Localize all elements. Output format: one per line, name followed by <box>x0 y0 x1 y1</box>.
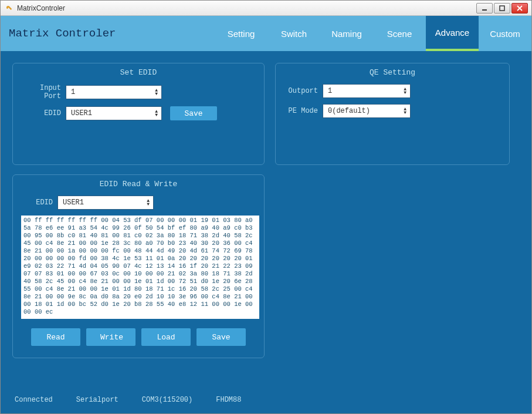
spinner-rw-edid[interactable]: USER1 ▲▼ <box>57 196 154 210</box>
client-area: Set EDID Input Port 1 ▲▼ EDID USER1 ▲▼ S… <box>1 51 531 413</box>
label-rw-edid: EDID <box>34 198 57 207</box>
spinner-pe-mode[interactable]: 0(default) ▲▼ <box>323 104 411 118</box>
tab-custom[interactable]: Custom <box>479 16 531 51</box>
header-banner: Matrix Controler Setting Switch Naming S… <box>1 16 531 51</box>
nav-tabs: Setting Switch Naming Scene Advance Cust… <box>215 16 531 51</box>
chevron-updown-icon: ▲▼ <box>404 107 406 115</box>
spinner-edid[interactable]: USER1 ▲▼ <box>66 106 162 120</box>
chevron-updown-icon: ▲▼ <box>155 110 158 117</box>
tab-setting[interactable]: Setting <box>215 16 267 51</box>
svg-rect-0 <box>482 9 487 11</box>
write-button[interactable]: Write <box>86 328 135 346</box>
chevron-updown-icon: ▲▼ <box>155 89 158 96</box>
spinner-input-port[interactable]: 1 ▲▼ <box>66 85 162 99</box>
minimize-button[interactable] <box>476 3 493 14</box>
panel-title-qe: QE Setting <box>284 68 501 77</box>
label-outport: Outport <box>284 87 323 95</box>
status-port-type: Serialport <box>76 396 118 404</box>
maximize-button[interactable] <box>494 3 510 14</box>
status-model: FHDM88 <box>216 396 241 404</box>
status-port-info: COM3(115200) <box>142 396 192 404</box>
close-button[interactable] <box>511 3 528 14</box>
svg-rect-1 <box>500 6 504 11</box>
panel-set-edid: Set EDID Input Port 1 ▲▼ EDID USER1 ▲▼ S… <box>12 63 265 165</box>
load-button[interactable]: Load <box>141 328 191 346</box>
app-brand: Matrix Controler <box>9 27 215 40</box>
panel-title-set-edid: Set EDID <box>21 68 256 77</box>
window-title: MatrixControler <box>17 4 475 12</box>
tab-advance[interactable]: Advance <box>426 16 479 51</box>
status-bar: Connected Serialport COM3(115200) FHDM88 <box>15 396 241 404</box>
panel-qe-setting: QE Setting Outport 1 ▲▼ PE Mode 0(defaul… <box>275 63 510 165</box>
pe-mode-value: 0(default) <box>328 107 370 115</box>
titlebar: MatrixControler <box>1 1 531 16</box>
app-icon <box>4 4 13 13</box>
tab-naming[interactable]: Naming <box>320 16 373 51</box>
chevron-updown-icon: ▲▼ <box>404 87 406 95</box>
app-window: MatrixControler Matrix Controler Setting… <box>0 0 532 414</box>
panel-title-rw: EDID Read & Write <box>21 180 256 189</box>
input-port-value: 1 <box>71 88 75 96</box>
spinner-outport[interactable]: 1 ▲▼ <box>323 84 411 98</box>
label-pe-mode: PE Mode <box>284 107 323 115</box>
label-input-port: Input Port <box>21 84 66 100</box>
save-edid-button[interactable]: Save <box>170 106 217 120</box>
tab-switch[interactable]: Switch <box>267 16 320 51</box>
outport-value: 1 <box>328 87 332 95</box>
label-edid: EDID <box>21 109 66 117</box>
edid-hex-textarea[interactable]: 00 ff ff ff ff ff ff 00 04 53 df 07 00 0… <box>21 216 259 319</box>
read-button[interactable]: Read <box>31 328 80 346</box>
tab-scene[interactable]: Scene <box>373 16 426 51</box>
rw-edid-value: USER1 <box>63 198 84 207</box>
panel-edid-rw: EDID Read & Write EDID USER1 ▲▼ 00 ff ff… <box>12 174 265 358</box>
save-button[interactable]: Save <box>196 328 246 346</box>
status-connection: Connected <box>15 396 53 404</box>
edid-value: USER1 <box>71 109 92 117</box>
chevron-updown-icon: ▲▼ <box>147 199 150 206</box>
